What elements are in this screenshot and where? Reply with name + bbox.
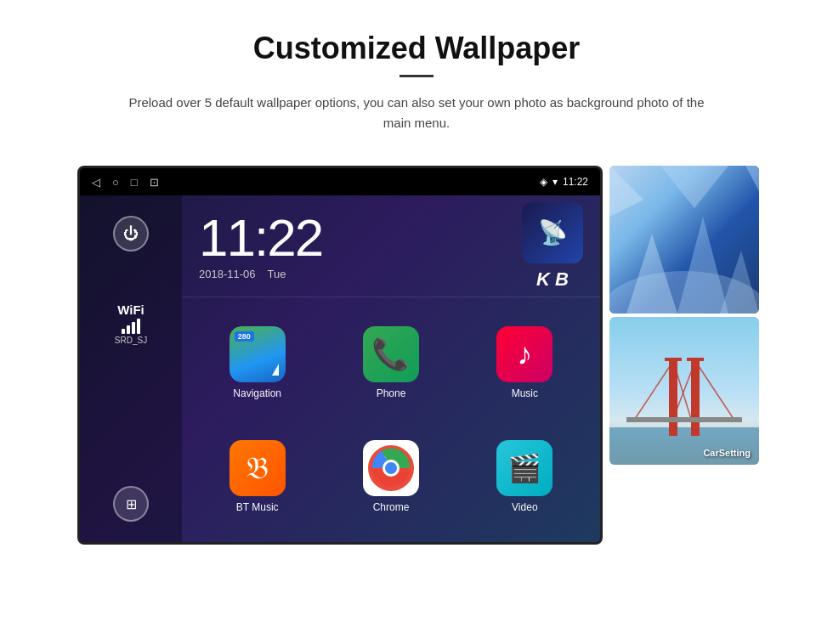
app-chrome[interactable]: Chrome: [324, 420, 457, 534]
phone-icon: 📞: [363, 326, 419, 382]
video-label: Video: [512, 501, 537, 513]
svg-rect-15: [691, 359, 700, 436]
wifi-icon: ▾: [552, 176, 558, 188]
device-mockup: ◁ ○ □ ⊡ ◈ ▾ 11:22 ⏻ WiFi: [77, 166, 603, 545]
svg-point-3: [385, 462, 397, 474]
apps-button[interactable]: ⊞: [113, 486, 149, 522]
wifi-widget[interactable]: 📡: [522, 202, 583, 263]
phone-label: Phone: [377, 387, 406, 399]
extra-icons: K B: [536, 268, 569, 291]
wifi-bar-2: [127, 325, 130, 334]
clock-left: 11:22 2018-11-06 Tue: [199, 212, 513, 280]
page-header: Customized Wallpaper Preload over 5 defa…: [0, 0, 833, 150]
wallpaper-bridge[interactable]: CarSetting: [609, 317, 759, 465]
screenshot-icon[interactable]: ⊡: [150, 176, 159, 189]
day-value: Tue: [268, 268, 286, 280]
power-button[interactable]: ⏻: [113, 216, 149, 251]
center-content: 11:22 2018-11-06 Tue 📡 K B: [182, 195, 600, 542]
wifi-bars: [115, 319, 147, 334]
grid-icon: ⊞: [126, 496, 137, 512]
app-music[interactable]: ♪ Music: [458, 306, 592, 420]
btmusic-icon: 𝔅: [230, 440, 286, 496]
svg-rect-22: [687, 358, 704, 361]
content-area: ◁ ○ □ ⊡ ◈ ▾ 11:22 ⏻ WiFi: [0, 150, 833, 562]
date-value: 2018-11-06: [199, 268, 256, 280]
app-grid: 280 Navigation 📞 Phone: [182, 297, 600, 542]
b-icon: B: [555, 268, 569, 291]
app-navigation[interactable]: 280 Navigation: [190, 306, 324, 420]
recents-icon[interactable]: □: [131, 176, 138, 189]
btmusic-label: BT Music: [236, 501, 279, 513]
svg-rect-20: [626, 417, 742, 422]
carsetting-label: CarSetting: [703, 448, 751, 458]
app-btmusic[interactable]: 𝔅 BT Music: [190, 420, 324, 534]
wifi-bar-3: [132, 322, 135, 334]
ice-cave-svg: [609, 166, 759, 314]
chrome-icon: [363, 440, 419, 496]
wifi-signal-icon: 📡: [538, 218, 568, 246]
wallpaper-ice[interactable]: [609, 166, 759, 314]
status-bar: ◁ ○ □ ⊡ ◈ ▾ 11:22: [80, 168, 600, 195]
page-title: Customized Wallpaper: [68, 31, 765, 66]
music-icon: ♪: [496, 326, 552, 382]
chrome-svg: [368, 445, 414, 491]
title-divider: [400, 75, 434, 77]
sidebar-top: ⏻ WiFi SRD_SJ: [113, 216, 149, 345]
app-video[interactable]: 🎬 Video: [458, 420, 592, 534]
wifi-bar-1: [122, 329, 125, 334]
navigation-icon: 280: [230, 326, 286, 382]
wifi-bar-4: [137, 319, 140, 334]
screen-body: ⏻ WiFi SRD_SJ ⊞: [80, 195, 600, 542]
location-icon: ◈: [540, 176, 547, 188]
navigation-label: Navigation: [233, 387, 281, 399]
status-bar-left: ◁ ○ □ ⊡: [92, 176, 159, 189]
home-icon[interactable]: ○: [112, 176, 119, 189]
status-time: 11:22: [563, 176, 588, 188]
wifi-label: WiFi: [115, 302, 147, 317]
bridge-svg: [609, 317, 759, 465]
clock-right: 📡 K B: [522, 202, 583, 291]
status-bar-right: ◈ ▾ 11:22: [540, 176, 588, 188]
wifi-info: WiFi SRD_SJ: [115, 302, 147, 345]
clock-time: 11:22: [199, 212, 513, 264]
ki-icon: K: [536, 268, 550, 291]
left-sidebar: ⏻ WiFi SRD_SJ ⊞: [80, 195, 182, 542]
nav-badge: 280: [235, 331, 254, 342]
wifi-ssid: SRD_SJ: [115, 336, 147, 345]
video-icon: 🎬: [496, 440, 552, 496]
clock-section: 11:22 2018-11-06 Tue 📡 K B: [182, 195, 600, 297]
clock-date: 2018-11-06 Tue: [199, 268, 513, 280]
music-label: Music: [512, 387, 538, 399]
chrome-label: Chrome: [373, 501, 410, 513]
back-icon[interactable]: ◁: [92, 176, 100, 189]
nav-arrow-icon: [272, 364, 279, 376]
svg-rect-13: [609, 427, 759, 465]
svg-rect-21: [665, 358, 682, 361]
page-subtitle: Preload over 5 default wallpaper options…: [119, 93, 714, 133]
app-phone[interactable]: 📞 Phone: [324, 306, 457, 420]
ice-wallpaper-image: [609, 166, 759, 314]
wallpaper-panel: CarSetting: [603, 166, 756, 465]
